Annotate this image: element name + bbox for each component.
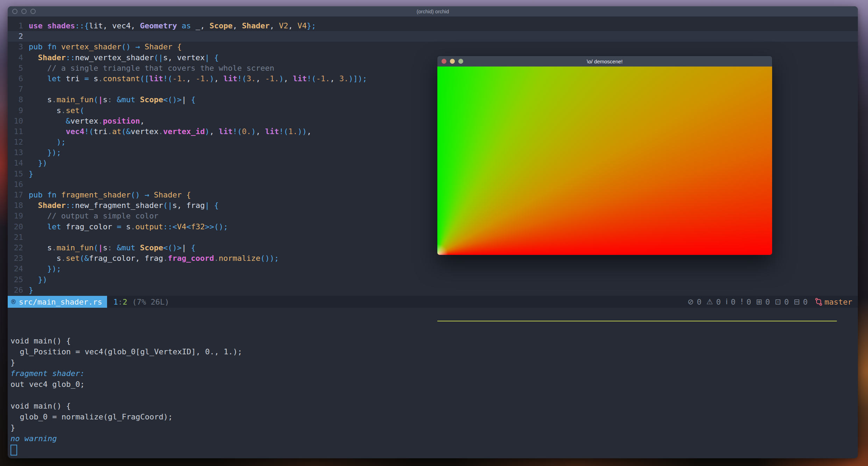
git-branch-icon [815,298,823,306]
maximize-button[interactable] [30,9,36,14]
hints-indicator: !0 [740,298,751,306]
file-chip: ® src/main_shader.rs [8,296,107,308]
warnings-indicator: ⚠0 [706,298,721,306]
info-count: 0 [731,298,735,306]
code-line[interactable]: 26} [8,285,858,295]
line-number: 22 [8,243,23,253]
code-text [23,179,29,190]
code-text: use shades::{lit, vec4, Geometry as _, S… [23,21,316,31]
close-button[interactable] [12,9,17,14]
line-number: 17 [8,190,23,200]
maximize-button[interactable] [458,59,463,64]
line-number: 12 [8,137,23,147]
code-line[interactable]: 25 }) [8,274,858,285]
code-line[interactable]: 1use shades::{lit, vec4, Geometry as _, … [8,21,858,31]
minimize-button[interactable] [21,9,27,14]
demoscene-title: \o/ demoscene! [587,58,623,64]
git-added-count: 0 [765,298,770,306]
code-text [23,84,29,95]
git-added-indicator: ⊞0 [756,298,770,306]
git-removed-icon: ⊟ [794,298,800,306]
line-number: 4 [8,53,23,63]
branch-name: master [825,298,852,306]
close-button[interactable] [442,59,446,64]
line-number: 20 [8,222,23,232]
filename: src/main_shader.rs [19,298,102,306]
git-modified-indicator: ⊡0 [775,298,789,306]
line-number: 19 [8,211,23,221]
demoscene-window-controls [442,56,463,67]
code-text: s.set( [23,105,84,116]
code-text: s.main_fun(|s: &mut Scope<()>| { [23,95,196,105]
output-line: fragment shader: [10,368,858,379]
output-line: out vec4 glob_0; [10,379,858,390]
git-modified-count: 0 [784,298,789,306]
output-line: no warning [10,433,858,444]
git-branch: master [815,298,852,306]
errors-icon: ⊘ [687,298,694,306]
code-text: let frag_color = s.output::<V4<f32>>(); [23,222,228,232]
terminal-window-controls [12,6,36,16]
code-text: // output a simple color [23,211,158,221]
code-text [23,31,29,42]
warnings-icon: ⚠ [706,298,713,306]
shader-gradient-canvas [437,67,772,255]
code-text: s.main_fun(|s: &mut Scope<()>| { [23,243,196,253]
output-line: gl_Position = vec4(glob_0[gl_VertexID], … [10,346,858,357]
line-number: 10 [8,116,23,126]
code-text: }); [23,264,61,274]
hints-count: 0 [747,298,751,306]
code-text: }); [23,147,61,158]
demoscene-window: \o/ demoscene! [437,56,772,255]
output-line: void main() { [10,401,858,411]
git-removed-count: 0 [803,298,807,306]
desktop-wallpaper: (orchid) orchid 1use shades::{lit, vec4,… [0,0,868,466]
terminal-titlebar[interactable]: (orchid) orchid [8,6,858,16]
code-text: }) [23,274,47,285]
code-line[interactable]: 3pub fn vertex_shader() → Shader { [8,42,858,52]
code-line[interactable]: 2 [8,31,858,42]
line-number: 3 [8,42,23,52]
line-number: 25 [8,274,23,285]
statusline: ® src/main_shader.rs 1:2 (7% 26L) ⊘0⚠0i0… [8,296,858,308]
line-number: 6 [8,74,23,84]
warnings-count: 0 [716,298,721,306]
code-text: s.set(&frag_color, frag.frag_coord.norma… [23,253,279,264]
scroll-percent: (7% 26L) [132,298,169,306]
code-text: &vertex.position, [23,116,144,126]
line-number: 14 [8,158,23,168]
minimize-button[interactable] [450,59,455,64]
code-text: Shader::new_vertex_shader(|s, vertex| { [23,53,219,63]
output-line [10,390,858,401]
code-line[interactable]: 24 }); [8,264,858,274]
line-number: 9 [8,105,23,116]
line-number: 23 [8,253,23,264]
output-line: } [10,357,858,368]
output-line: } [10,422,858,433]
line-number: 1 [8,21,23,31]
line-number: 11 [8,126,23,137]
git-added-icon: ⊞ [756,298,762,306]
line-number: 8 [8,95,23,105]
statusline-right: ⊘0⚠0i0!0⊞0⊡0⊟0 master [687,298,858,306]
code-text: let tri = s.constant([lit!(-1., -1.), li… [23,74,367,84]
hints-icon: ! [740,298,743,306]
demoscene-titlebar[interactable]: \o/ demoscene! [437,56,772,67]
code-text: } [23,169,33,179]
line-number: 5 [8,63,23,74]
line-number: 26 [8,285,23,295]
errors-indicator: ⊘0 [687,298,701,306]
output-line: glob_0 = normalize(gl_FragCoord); [10,411,858,422]
line-number: 2 [8,31,23,42]
code-text [23,232,29,243]
terminal-cursor [10,445,17,455]
code-text: Shader::new_fragment_shader(|s, frag| { [23,200,219,211]
code-text: } [23,285,33,295]
errors-count: 0 [697,298,701,306]
output-line: void main() { [10,335,858,346]
pane-separator [437,321,837,321]
line-number: 21 [8,232,23,243]
line-number: 13 [8,147,23,158]
shader-output-pane[interactable]: void main() { gl_Position = vec4(glob_0[… [10,335,858,455]
code-text: pub fn vertex_shader() → Shader { [23,42,182,52]
